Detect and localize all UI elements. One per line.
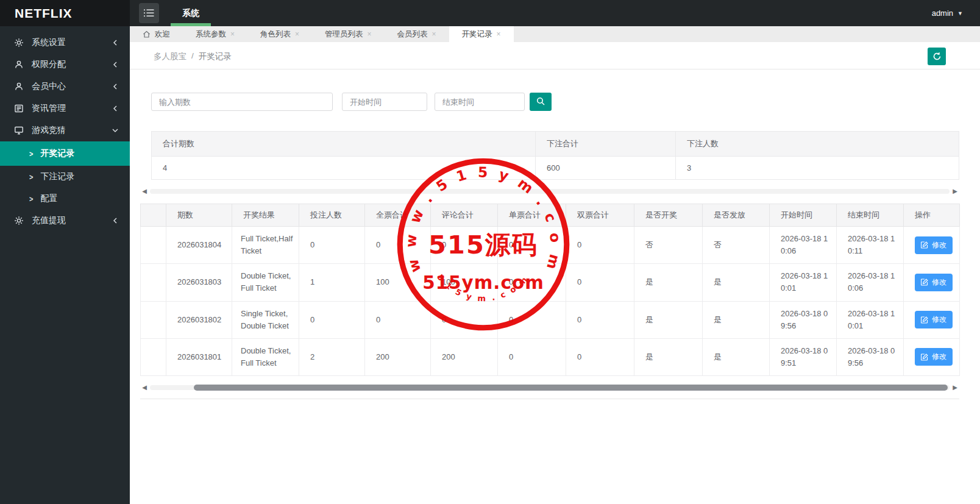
chevron-left-icon — [112, 83, 119, 90]
cell-single-total: 0 — [498, 264, 566, 301]
close-icon[interactable]: × — [367, 30, 372, 38]
header-full-total: 全票合计 — [365, 204, 431, 227]
tab-label: 角色列表 — [260, 29, 291, 40]
sidebar-item-recharge-withdraw[interactable]: 充值提现 — [0, 210, 130, 232]
hamburger-menu-button[interactable] — [139, 3, 159, 23]
cell-actions: 修改 — [904, 301, 960, 338]
cell-start-time: 2026-03-18 10:06 — [770, 227, 837, 264]
cell-issued: 否 — [703, 227, 770, 264]
tab-member-list[interactable]: 会员列表 × — [385, 26, 449, 42]
edit-button[interactable]: 修改 — [915, 274, 953, 291]
cell-double-total: 0 — [566, 301, 634, 338]
submenu-caret-icon: > — [29, 149, 33, 158]
close-icon[interactable]: × — [497, 30, 501, 38]
scroll-left-icon[interactable]: ◀ — [140, 188, 149, 194]
tab-system-params[interactable]: 系统参数 × — [183, 26, 247, 42]
close-icon[interactable]: × — [295, 30, 299, 38]
scrollbar-track[interactable] — [150, 385, 950, 390]
cell-period: 2026031802 — [166, 301, 232, 338]
tab-admin-list[interactable]: 管理员列表 × — [312, 26, 385, 42]
cell-issued: 是 — [703, 264, 770, 301]
scroll-right-icon[interactable]: ▶ — [951, 188, 959, 194]
summary-header-bet-total: 下注合计 — [536, 132, 676, 157]
header-drawn: 是否开奖 — [634, 204, 703, 227]
cell-end-time: 2026-03-18 10:11 — [837, 227, 904, 264]
cell-period: 2026031801 — [166, 338, 232, 375]
sidebar: NETFLIX 系统设置 权限分配 会员中心 — [0, 0, 130, 504]
edit-button[interactable]: 修改 — [915, 348, 953, 366]
edit-button-label: 修改 — [932, 314, 946, 325]
edit-button-label: 修改 — [932, 240, 946, 250]
sidebar-nav: 系统设置 权限分配 会员中心 资讯管理 — [0, 26, 130, 232]
summary-value-periods: 4 — [152, 157, 536, 180]
brand-logo: NETFLIX — [15, 6, 73, 21]
cell-start-time: 2026-03-18 09:51 — [770, 338, 837, 375]
scroll-right-icon[interactable]: ▶ — [951, 385, 959, 391]
sidebar-subitem-bet-records[interactable]: > 下注记录 — [0, 166, 130, 188]
period-input[interactable] — [151, 93, 333, 111]
search-button[interactable] — [530, 93, 552, 111]
table-scrollbar-top: ◀ ▶ — [140, 188, 959, 194]
cell-bettors: 2 — [299, 338, 365, 375]
close-icon[interactable]: × — [230, 30, 235, 38]
cell-end-time: 2026-03-18 10:01 — [837, 301, 904, 338]
cell-full-total: 0 — [365, 301, 431, 338]
home-icon — [143, 30, 151, 38]
table-row: 2026031801 Double Ticket, Full Ticket 2 … — [141, 338, 960, 375]
content-divider — [140, 399, 959, 399]
scroll-left-icon[interactable]: ◀ — [140, 385, 149, 391]
sidebar-item-game-betting[interactable]: 游戏竞猜 — [0, 119, 130, 141]
tab-role-list[interactable]: 角色列表 × — [247, 26, 312, 42]
summary-table: 合计期数 下注合计 下注人数 4 600 3 — [151, 131, 959, 180]
cell-bettors: 1 — [299, 264, 365, 301]
topnav-system[interactable]: 系统 — [171, 0, 211, 26]
sidebar-item-news[interactable]: 资讯管理 — [0, 98, 130, 119]
monitor-icon — [13, 126, 24, 136]
cell-full-total: 0 — [365, 227, 431, 264]
header-select — [141, 204, 166, 227]
sidebar-item-system-settings[interactable]: 系统设置 — [0, 32, 130, 54]
header-end-time: 结束时间 — [837, 204, 904, 227]
sidebar-subitem-config[interactable]: > 配置 — [0, 188, 130, 210]
tab-draw-records[interactable]: 开奖记录 × — [449, 26, 514, 42]
sidebar-item-permissions[interactable]: 权限分配 — [0, 54, 130, 76]
header-issued: 是否发放 — [703, 204, 770, 227]
sidebar-submenu: > 开奖记录 > 下注记录 > 配置 — [0, 141, 130, 210]
chevron-left-icon — [112, 39, 119, 46]
sidebar-subitem-draw-records[interactable]: > 开奖记录 — [0, 141, 130, 166]
edit-button[interactable]: 修改 — [915, 311, 953, 328]
main-area: 系统 admin ▼ 欢迎 系统参数 × 角色列表 × 管理员列表 × 会员列表 — [130, 0, 980, 504]
search-icon — [536, 97, 545, 107]
sidebar-item-label: 充值提现 — [32, 215, 112, 226]
cell-period: 2026031804 — [166, 227, 232, 264]
user-menu[interactable]: admin ▼ — [932, 0, 963, 26]
cell-comment-total: 0 — [431, 227, 498, 264]
summary-header-periods: 合计期数 — [152, 132, 536, 157]
cell-full-total: 100 — [365, 264, 431, 301]
scrollbar-track[interactable] — [150, 189, 950, 194]
user-icon — [13, 82, 24, 92]
breadcrumb-parent[interactable]: 多人股宝 — [154, 51, 186, 62]
gear-icon — [13, 216, 24, 226]
chevron-left-icon — [112, 105, 119, 112]
username: admin — [932, 9, 953, 18]
sidebar-item-label: 会员中心 — [32, 81, 112, 92]
header-period: 期数 — [166, 204, 232, 227]
refresh-button[interactable] — [928, 48, 946, 65]
scrollbar-thumb[interactable] — [194, 385, 948, 391]
edit-button[interactable]: 修改 — [915, 236, 953, 254]
summary-value-bettors: 3 — [676, 157, 959, 180]
breadcrumb: 多人股宝 / 开奖记录 — [154, 51, 232, 62]
tab-welcome[interactable]: 欢迎 — [130, 26, 183, 42]
cell-single-total: 0 — [498, 227, 566, 264]
sidebar-item-members[interactable]: 会员中心 — [0, 76, 130, 98]
submenu-label: 配置 — [40, 193, 57, 204]
close-icon[interactable]: × — [432, 30, 436, 38]
start-time-input[interactable] — [342, 93, 427, 111]
end-time-input[interactable] — [435, 93, 525, 111]
cell-actions: 修改 — [904, 338, 960, 375]
news-icon — [13, 104, 24, 114]
sidebar-item-label: 系统设置 — [32, 37, 112, 48]
cell-single-total: 0 — [498, 301, 566, 338]
cell-end-time: 2026-03-18 10:06 — [837, 264, 904, 301]
